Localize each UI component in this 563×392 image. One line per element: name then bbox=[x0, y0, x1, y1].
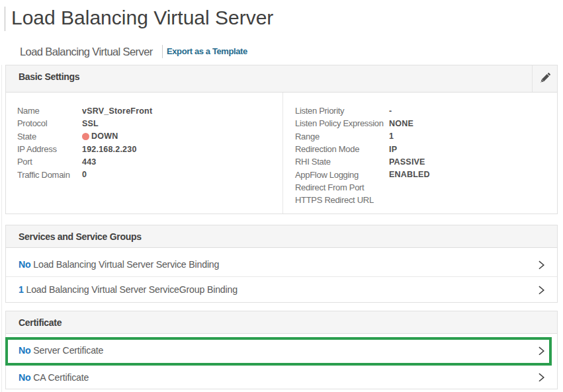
page-title: Load Balancing Virtual Server bbox=[11, 7, 273, 29]
field-ip-address: IP Address 192.168.2.230 bbox=[6, 143, 283, 155]
column-divider bbox=[282, 93, 283, 214]
edit-basic-settings-button[interactable] bbox=[533, 65, 557, 92]
field-range: Range 1 bbox=[283, 130, 557, 143]
ca-certificate-row[interactable]: No CA Certificate bbox=[6, 366, 557, 389]
state-down-dot bbox=[82, 133, 89, 140]
certificate-title: Certificate bbox=[6, 317, 62, 328]
service-binding-label: Load Balancing Virtual Server Service Bi… bbox=[33, 259, 219, 270]
field-port: Port 443 bbox=[6, 155, 283, 168]
servicegroup-binding-count: 1 bbox=[19, 284, 24, 295]
breadcrumb: Load Balancing Virtual Server Export as … bbox=[0, 44, 563, 59]
services-header: Services and Service Groups bbox=[6, 225, 557, 248]
content-left-edge bbox=[1, 65, 2, 392]
field-appflow-logging: AppFlow Logging ENABLED bbox=[283, 168, 557, 180]
chevron-right-icon bbox=[539, 346, 544, 356]
field-redirection-mode: Redirection Mode IP bbox=[283, 143, 557, 155]
ca-certificate-count: No bbox=[19, 372, 31, 383]
service-binding-count: No bbox=[19, 259, 31, 270]
field-state: State DOWN bbox=[6, 130, 283, 143]
field-name: Name vSRV_StoreFront bbox=[6, 104, 283, 117]
field-listen-policy-expression: Listen Policy Expression NONE bbox=[283, 117, 557, 130]
chevron-right-icon bbox=[539, 286, 544, 295]
field-listen-priority: Listen Priority - bbox=[283, 104, 557, 117]
ca-certificate-label: CA Certificate bbox=[33, 372, 89, 383]
field-protocol: Protocol SSL bbox=[6, 117, 283, 130]
certificate-panel: Certificate No Server Certificate No CA … bbox=[5, 311, 558, 389]
basic-settings-right-column: Listen Priority - Listen Policy Expressi… bbox=[283, 93, 557, 214]
field-redirect-from-port: Redirect From Port bbox=[283, 181, 557, 194]
chevron-right-icon bbox=[539, 373, 544, 382]
field-traffic-domain: Traffic Domain 0 bbox=[6, 168, 283, 180]
server-certificate-row[interactable]: No Server Certificate bbox=[6, 334, 557, 366]
field-https-redirect-url: HTTPS Redirect URL bbox=[283, 194, 557, 206]
basic-settings-header: Basic Settings bbox=[6, 65, 557, 93]
breadcrumb-label: Load Balancing Virtual Server bbox=[20, 44, 153, 59]
servicegroup-binding-row[interactable]: 1 Load Balancing Virtual Server ServiceG… bbox=[6, 277, 557, 302]
field-rhi-state: RHI State PASSIVE bbox=[283, 155, 557, 168]
basic-settings-panel: Basic Settings Name vSRV_StoreFront Prot… bbox=[5, 65, 558, 214]
pencil-icon bbox=[538, 71, 552, 85]
title-accent-bar bbox=[5, 7, 5, 31]
servicegroup-binding-label: Load Balancing Virtual Server ServiceGro… bbox=[26, 284, 237, 295]
certificate-header: Certificate bbox=[6, 311, 557, 334]
export-as-template-link[interactable]: Export as a Template bbox=[167, 44, 247, 59]
service-binding-row[interactable]: No Load Balancing Virtual Server Service… bbox=[6, 248, 557, 277]
services-title: Services and Service Groups bbox=[6, 231, 142, 242]
basic-settings-content: Name vSRV_StoreFront Protocol SSL State … bbox=[6, 93, 557, 214]
server-certificate-label: Server Certificate bbox=[33, 345, 103, 356]
chevron-right-icon bbox=[539, 260, 544, 270]
basic-settings-left-column: Name vSRV_StoreFront Protocol SSL State … bbox=[6, 93, 283, 214]
basic-settings-title: Basic Settings bbox=[6, 71, 79, 82]
server-certificate-count: No bbox=[19, 345, 31, 356]
breadcrumb-separator bbox=[162, 45, 163, 58]
services-panel: Services and Service Groups No Load Bala… bbox=[5, 225, 558, 303]
